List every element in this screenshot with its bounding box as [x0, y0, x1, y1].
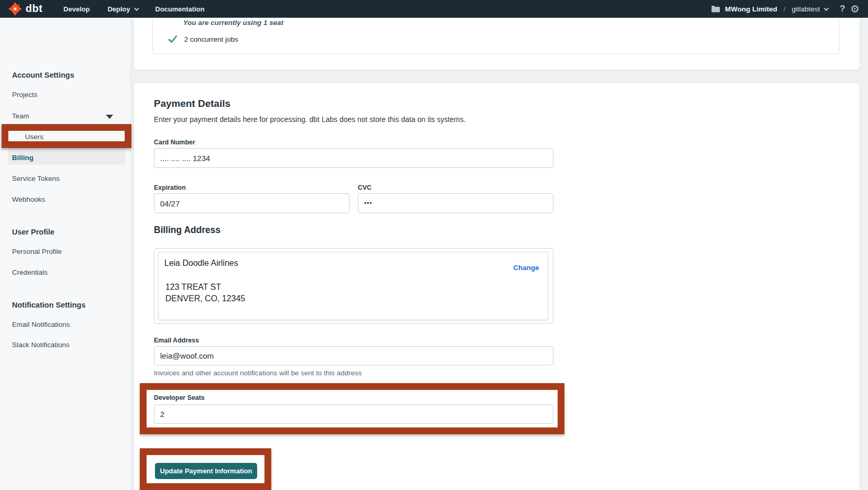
developer-seats-input[interactable]: [154, 405, 553, 424]
sidebar-item-personal-profile[interactable]: Personal Profile: [12, 248, 62, 255]
billing-address-city: DENVER, CO, 12345: [165, 294, 245, 303]
gear-icon[interactable]: ⚙: [850, 4, 860, 14]
help-icon[interactable]: ?: [840, 4, 845, 14]
sidebar-item-projects[interactable]: Projects: [12, 91, 38, 99]
page-title: Payment Details: [154, 98, 231, 109]
billing-address-title: Billing Address: [154, 225, 221, 236]
check-icon: [168, 34, 177, 44]
sidebar-item-billing[interactable]: Billing: [12, 154, 33, 162]
email-input[interactable]: [154, 346, 553, 365]
update-payment-button[interactable]: Update Payment Information: [155, 463, 257, 479]
caret-down-icon[interactable]: [106, 115, 113, 119]
sidebar-item-slack-notifications[interactable]: Slack Notifications: [12, 341, 69, 349]
brand-text: dbt: [26, 3, 43, 15]
change-address-link[interactable]: Change: [513, 264, 539, 272]
sidebar-item-webhooks[interactable]: Webhooks: [12, 195, 45, 203]
expiration-label: Expiration: [154, 184, 186, 191]
billing-address-name: Leia Doodle Airlines: [164, 259, 238, 268]
billing-address-street: 123 TREAT ST: [165, 283, 221, 292]
sidebar-item-email-notifications[interactable]: Email Notifications: [12, 321, 70, 328]
cvc-input[interactable]: [358, 193, 553, 213]
email-helper-text: Invoices and other account notifications…: [154, 369, 361, 377]
cvc-label: CVC: [358, 184, 371, 191]
sidebar-section-notification-settings: Notification Settings: [12, 301, 86, 309]
dbt-logo[interactable]: dbt: [8, 2, 43, 16]
nav-link-deploy[interactable]: Deploy: [107, 5, 137, 13]
sidebar-section-user-profile: User Profile: [12, 228, 54, 236]
dbt-logo-icon: [8, 2, 22, 16]
developer-seats-label: Developer Seats: [154, 394, 204, 401]
folder-icon: [711, 5, 720, 13]
email-label: Email Address: [154, 337, 199, 344]
payment-description: Enter your payment details here for proc…: [154, 115, 466, 124]
sidebar-item-credentials[interactable]: Credentials: [12, 268, 47, 276]
concurrent-jobs-feature: 2 concurrent jobs: [184, 35, 238, 43]
chevron-down-icon: [134, 6, 139, 11]
seat-usage-note: You are currently using 1 seat: [183, 19, 283, 27]
sidebar-item-users[interactable]: Users: [25, 133, 43, 141]
page: You are currently using 1 seat 2 concurr…: [0, 0, 868, 490]
top-navbar: dbt Develop Deploy Documentation MWong L…: [0, 0, 868, 18]
card-number-label: Card Number: [154, 139, 195, 146]
chevron-down-icon: [824, 6, 829, 11]
nav-link-documentation[interactable]: Documentation: [155, 5, 205, 13]
project-selector[interactable]: gitlabtest: [792, 5, 827, 13]
expiration-input[interactable]: [154, 193, 349, 213]
settings-sidebar: Account Settings Projects Team Users Bil…: [0, 18, 130, 490]
breadcrumb-separator: /: [782, 5, 787, 13]
account-name[interactable]: MWong Limited: [725, 5, 777, 13]
sidebar-section-account-settings: Account Settings: [12, 71, 74, 79]
card-number-input[interactable]: [154, 148, 553, 168]
nav-link-develop[interactable]: Develop: [64, 5, 90, 13]
sidebar-item-team[interactable]: Team: [12, 112, 29, 120]
sidebar-item-service-tokens[interactable]: Service Tokens: [12, 175, 59, 182]
